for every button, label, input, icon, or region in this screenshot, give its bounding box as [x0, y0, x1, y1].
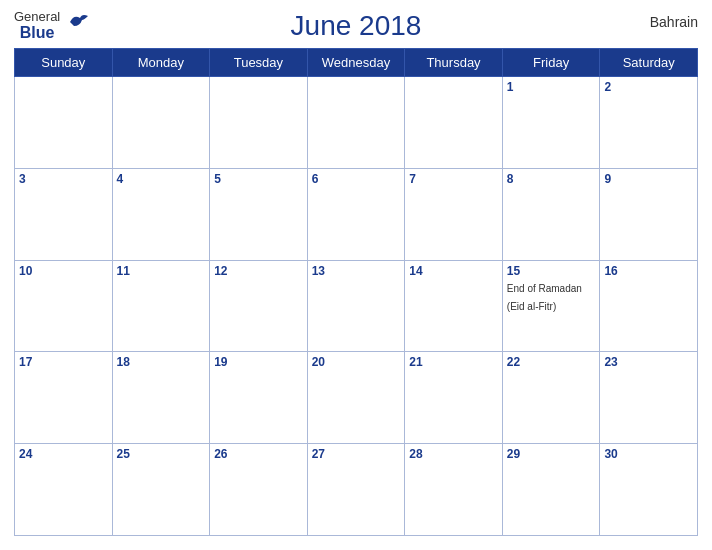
day-number: 28	[409, 447, 498, 461]
calendar-cell: 13	[307, 260, 405, 352]
calendar-cell: 10	[15, 260, 113, 352]
day-number: 13	[312, 264, 401, 278]
day-number: 18	[117, 355, 206, 369]
calendar-wrapper: General Blue June 2018 Bahrain Sunday Mo…	[0, 0, 712, 550]
calendar-cell: 26	[210, 444, 308, 536]
week-row-2: 3456789	[15, 168, 698, 260]
day-number: 12	[214, 264, 303, 278]
calendar-cell: 21	[405, 352, 503, 444]
calendar-cell: 14	[405, 260, 503, 352]
day-number: 6	[312, 172, 401, 186]
calendar-title: June 2018	[291, 10, 422, 42]
calendar-cell: 6	[307, 168, 405, 260]
header-thursday: Thursday	[405, 49, 503, 77]
day-number: 4	[117, 172, 206, 186]
header-wednesday: Wednesday	[307, 49, 405, 77]
day-number: 14	[409, 264, 498, 278]
calendar-cell: 11	[112, 260, 210, 352]
header-saturday: Saturday	[600, 49, 698, 77]
day-number: 22	[507, 355, 596, 369]
day-number: 23	[604, 355, 693, 369]
calendar-cell: 19	[210, 352, 308, 444]
calendar-cell: 24	[15, 444, 113, 536]
calendar-cell: 7	[405, 168, 503, 260]
day-number: 9	[604, 172, 693, 186]
day-number: 5	[214, 172, 303, 186]
day-number: 26	[214, 447, 303, 461]
week-row-5: 24252627282930	[15, 444, 698, 536]
day-number: 10	[19, 264, 108, 278]
day-number: 15	[507, 264, 596, 278]
weekday-header-row: Sunday Monday Tuesday Wednesday Thursday…	[15, 49, 698, 77]
calendar-cell: 8	[502, 168, 600, 260]
calendar-table: Sunday Monday Tuesday Wednesday Thursday…	[14, 48, 698, 536]
header-monday: Monday	[112, 49, 210, 77]
header-friday: Friday	[502, 49, 600, 77]
calendar-cell: 29	[502, 444, 600, 536]
week-row-3: 101112131415End of Ramadan (Eid al-Fitr)…	[15, 260, 698, 352]
header-tuesday: Tuesday	[210, 49, 308, 77]
day-number: 19	[214, 355, 303, 369]
calendar-cell: 17	[15, 352, 113, 444]
calendar-cell: 16	[600, 260, 698, 352]
day-number: 29	[507, 447, 596, 461]
calendar-cell: 15End of Ramadan (Eid al-Fitr)	[502, 260, 600, 352]
day-number: 8	[507, 172, 596, 186]
day-number: 20	[312, 355, 401, 369]
calendar-cell: 23	[600, 352, 698, 444]
calendar-cell: 4	[112, 168, 210, 260]
header-sunday: Sunday	[15, 49, 113, 77]
calendar-cell: 20	[307, 352, 405, 444]
calendar-cell	[112, 77, 210, 169]
day-number: 27	[312, 447, 401, 461]
calendar-cell	[15, 77, 113, 169]
day-number: 3	[19, 172, 108, 186]
day-number: 2	[604, 80, 693, 94]
calendar-cell: 27	[307, 444, 405, 536]
day-number: 11	[117, 264, 206, 278]
logo: General Blue	[14, 10, 60, 42]
day-number: 17	[19, 355, 108, 369]
day-number: 30	[604, 447, 693, 461]
calendar-cell	[405, 77, 503, 169]
calendar-cell	[307, 77, 405, 169]
calendar-cell: 22	[502, 352, 600, 444]
calendar-cell: 28	[405, 444, 503, 536]
day-number: 21	[409, 355, 498, 369]
event-label: End of Ramadan (Eid al-Fitr)	[507, 283, 582, 312]
calendar-cell: 1	[502, 77, 600, 169]
week-row-4: 17181920212223	[15, 352, 698, 444]
logo-general-text: General	[14, 10, 60, 24]
day-number: 25	[117, 447, 206, 461]
calendar-cell: 5	[210, 168, 308, 260]
calendar-country: Bahrain	[650, 14, 698, 30]
day-number: 16	[604, 264, 693, 278]
calendar-cell: 3	[15, 168, 113, 260]
calendar-header: General Blue June 2018 Bahrain	[14, 10, 698, 42]
day-number: 1	[507, 80, 596, 94]
week-row-1: 12	[15, 77, 698, 169]
calendar-cell: 25	[112, 444, 210, 536]
calendar-cell: 30	[600, 444, 698, 536]
calendar-cell: 9	[600, 168, 698, 260]
calendar-cell: 2	[600, 77, 698, 169]
calendar-cell	[210, 77, 308, 169]
day-number: 24	[19, 447, 108, 461]
day-number: 7	[409, 172, 498, 186]
calendar-cell: 12	[210, 260, 308, 352]
logo-blue-text: Blue	[20, 24, 55, 42]
logo-bird-icon	[68, 12, 90, 34]
calendar-cell: 18	[112, 352, 210, 444]
